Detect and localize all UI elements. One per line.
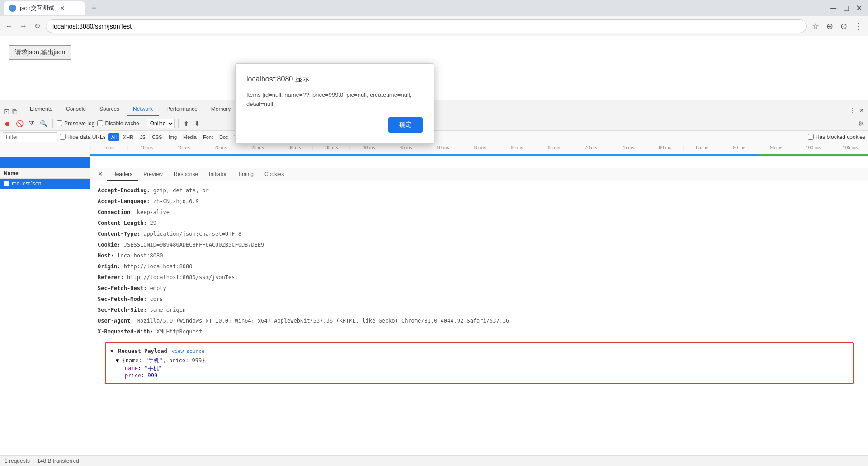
header-content-length: Content-Length: 29 bbox=[98, 218, 861, 228]
settings-btn[interactable]: ⚙ bbox=[857, 119, 865, 128]
tl-30ms: 30 ms bbox=[276, 145, 313, 150]
tl-105ms: 105 ms bbox=[831, 145, 868, 150]
payload-name-row: name: "手机" bbox=[125, 365, 848, 372]
network-toolbar: ⏺ 🚫 ⧩ 🔍 Preserve log Disable cache Onlin… bbox=[0, 116, 868, 131]
devtools-icon[interactable]: ⊡ bbox=[4, 107, 9, 116]
alert-dialog: localhost:8080 显示 Items [id=null, name=?… bbox=[235, 63, 434, 144]
close-window-button[interactable]: ✕ bbox=[854, 2, 864, 14]
preserve-log-checkbox[interactable]: Preserve log bbox=[57, 120, 94, 127]
details-tab-timing[interactable]: Timing bbox=[232, 168, 259, 181]
hide-data-urls-label: Hide data URLs bbox=[67, 134, 106, 140]
tab-network[interactable]: Network bbox=[127, 103, 159, 116]
tl-10ms: 10 ms bbox=[127, 145, 165, 150]
reload-button[interactable]: ↻ bbox=[33, 20, 42, 32]
request-json-button[interactable]: 请求json,输出json bbox=[9, 45, 71, 60]
request-item-icon bbox=[4, 181, 9, 186]
clear-button[interactable]: 🚫 bbox=[14, 119, 25, 128]
details-tab-initiator[interactable]: Initiator bbox=[203, 168, 232, 181]
filter-toggle-button[interactable]: ⧩ bbox=[28, 118, 36, 128]
throttle-select[interactable]: Online bbox=[147, 119, 175, 128]
request-item-requestjson[interactable]: requestJson bbox=[0, 179, 90, 189]
details-tab-cookies[interactable]: Cookies bbox=[259, 168, 289, 181]
details-tab-preview[interactable]: Preview bbox=[138, 168, 168, 181]
filter-all[interactable]: All bbox=[108, 133, 119, 141]
tl-45ms: 45 ms bbox=[387, 145, 424, 150]
minimize-button[interactable]: ─ bbox=[829, 3, 838, 14]
filter-css[interactable]: CSS bbox=[149, 133, 165, 141]
upload-button[interactable]: ⬆ bbox=[182, 119, 190, 128]
tab-performance[interactable]: Performance bbox=[160, 103, 204, 116]
details-close-icon[interactable]: ✕ bbox=[94, 168, 107, 181]
devtools-panel: ⊡ ⧉ Elements Console Sources Network Per… bbox=[0, 100, 868, 466]
hide-data-urls-checkbox[interactable]: Hide data URLs bbox=[60, 134, 106, 140]
alert-message: Items [id=null, name=??, price=999.0, pi… bbox=[246, 90, 423, 108]
disable-cache-input[interactable] bbox=[97, 120, 103, 126]
header-origin: Origin: http://localhost:8080 bbox=[98, 261, 861, 272]
timeline-labels: 5 ms 10 ms 15 ms 20 ms 25 ms 30 ms 35 ms… bbox=[90, 145, 868, 150]
back-button[interactable]: ← bbox=[4, 20, 14, 32]
view-source-link[interactable]: view source bbox=[172, 348, 205, 354]
browser-tab[interactable]: json交互测试 ✕ bbox=[4, 1, 85, 15]
filter-media[interactable]: Media bbox=[180, 133, 199, 141]
preserve-log-input[interactable] bbox=[57, 120, 62, 126]
payload-price-row: price: 999 bbox=[125, 372, 848, 379]
filter-js[interactable]: JS bbox=[137, 133, 148, 141]
new-tab-button[interactable]: + bbox=[89, 3, 99, 14]
devtools-settings-icon[interactable]: ✕ bbox=[857, 105, 866, 116]
tab-memory[interactable]: Memory bbox=[205, 103, 237, 116]
separator1 bbox=[52, 119, 53, 128]
alert-title: localhost:8080 显示 bbox=[246, 75, 423, 84]
header-user-agent: User-Agent: Mozilla/5.0 (Windows NT 10.0… bbox=[98, 315, 861, 326]
has-blocked-cookies-checkbox[interactable]: Has blocked cookies bbox=[808, 134, 865, 140]
hide-data-urls-input[interactable] bbox=[60, 134, 66, 140]
request-list-header: Name bbox=[0, 168, 90, 179]
menu-button[interactable]: ⋮ bbox=[853, 20, 864, 32]
status-bar: 1 requests 148 B transferred bbox=[0, 455, 868, 466]
extensions-button[interactable]: ⊕ bbox=[825, 20, 835, 32]
record-button[interactable]: ⏺ bbox=[3, 119, 12, 128]
separator2 bbox=[143, 119, 143, 128]
details-tab-response[interactable]: Response bbox=[168, 168, 203, 181]
header-accept-encoding: Accept-Encoding: gzip, deflate, br bbox=[98, 185, 861, 196]
header-sec-fetch-dest: Sec-Fetch-Dest: empty bbox=[98, 283, 861, 294]
tl-25ms: 25 ms bbox=[239, 145, 276, 150]
details-tab-headers[interactable]: Headers bbox=[107, 168, 138, 181]
tab-close-icon[interactable]: ✕ bbox=[60, 5, 65, 12]
tab-sources[interactable]: Sources bbox=[93, 103, 126, 116]
alert-ok-button[interactable]: 确定 bbox=[388, 117, 423, 133]
filter-input[interactable] bbox=[3, 132, 57, 142]
bookmark-button[interactable]: ☆ bbox=[810, 20, 821, 32]
tab-elements[interactable]: Elements bbox=[24, 103, 59, 116]
tl-70ms: 70 ms bbox=[572, 145, 609, 150]
request-item-name: requestJson bbox=[12, 181, 41, 187]
collapse-icon2[interactable]: ▼ bbox=[116, 357, 119, 364]
tl-100ms: 100 ms bbox=[794, 145, 831, 150]
tl-40ms: 40 ms bbox=[349, 145, 387, 150]
filter-img[interactable]: Img bbox=[166, 133, 179, 141]
payload-obj-line: ▼ {name: "手机", price: 999} bbox=[116, 357, 848, 365]
timeline-area: 5 ms 10 ms 15 ms 20 ms 25 ms 30 ms 35 ms… bbox=[0, 143, 868, 168]
filter-font[interactable]: Font bbox=[200, 133, 216, 141]
tl-60ms: 60 ms bbox=[498, 145, 535, 150]
has-blocked-cookies-label: Has blocked cookies bbox=[816, 134, 865, 140]
filter-doc[interactable]: Doc bbox=[217, 133, 231, 141]
payload-collapse-icon[interactable]: ▼ bbox=[110, 348, 113, 354]
devtools-more-tabs[interactable]: ⋮ bbox=[847, 105, 857, 116]
search-button[interactable]: 🔍 bbox=[38, 119, 49, 128]
maximize-button[interactable]: □ bbox=[842, 3, 850, 14]
profile-button[interactable]: ⊙ bbox=[839, 20, 849, 32]
tl-20ms: 20 ms bbox=[202, 145, 239, 150]
has-blocked-cookies-input[interactable] bbox=[808, 134, 814, 140]
tab-console[interactable]: Console bbox=[60, 103, 92, 116]
tab-favicon bbox=[9, 5, 16, 12]
timeline-request-row bbox=[0, 157, 868, 168]
forward-button[interactable]: → bbox=[18, 20, 29, 32]
disable-cache-checkbox[interactable]: Disable cache bbox=[97, 120, 139, 127]
address-bar[interactable] bbox=[46, 19, 807, 33]
timeline-progress-row bbox=[0, 152, 868, 157]
header-cookie: Cookie: JSESSIONID=9B9480ADEC8FFF6AC002B… bbox=[98, 239, 861, 250]
devtools-responsive-icon[interactable]: ⧉ bbox=[12, 108, 17, 116]
filter-xhr[interactable]: XHR bbox=[120, 133, 136, 141]
request-payload-box: ▼ Request Payload view source ▼ {name: "… bbox=[105, 342, 854, 384]
download-button[interactable]: ⬇ bbox=[193, 119, 201, 128]
